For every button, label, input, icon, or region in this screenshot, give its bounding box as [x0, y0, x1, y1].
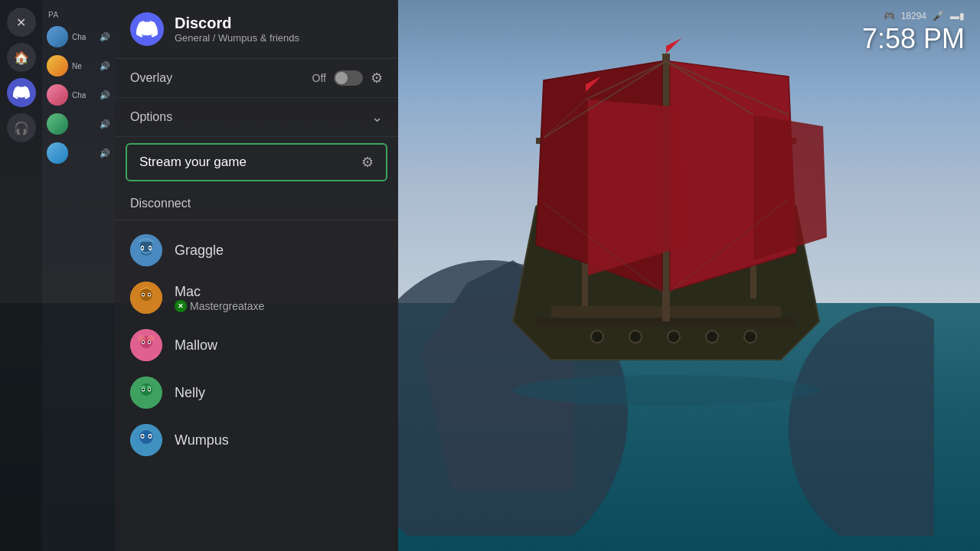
overlay-row: Overlay Off ⚙: [115, 59, 398, 98]
member-item-mac[interactable]: Mac ✕ Mastergreataxe: [115, 274, 398, 321]
svg-point-27: [142, 247, 143, 249]
member-xbox-mac: ✕ Mastergreataxe: [175, 300, 264, 312]
sidebar2-item-1[interactable]: Cha 🔊: [42, 22, 115, 51]
sidebar2-label-1: Cha: [72, 33, 86, 41]
member-name-nelly: Nelly: [175, 385, 205, 401]
discord-logo: [130, 12, 164, 46]
sidebar2-item-2[interactable]: Ne 🔊: [42, 51, 115, 80]
sidebar2-icon-2: 🔊: [100, 61, 110, 71]
mic-icon: 🎤: [933, 11, 944, 21]
sidebar2-label-2: Ne: [72, 62, 82, 70]
member-avatar-nelly: [130, 377, 162, 409]
member-name-mac: Mac: [175, 284, 201, 299]
member-name-mallow: Mallow: [175, 337, 217, 354]
svg-point-48: [149, 389, 150, 390]
sidebar2-icon-4: 🔊: [100, 119, 110, 129]
sidebar-icon-discord[interactable]: [7, 78, 36, 107]
svg-point-28: [149, 247, 151, 249]
member-name-graggle: Graggle: [175, 243, 224, 259]
toggle-knob: [335, 72, 348, 84]
svg-point-34: [149, 294, 150, 295]
overlay-label: Overlay: [130, 71, 305, 85]
members-list: Graggle Mac: [115, 220, 398, 551]
discord-app-title: Discord: [175, 15, 299, 32]
sidebar-secondary: Pa Cha 🔊 Ne 🔊 Cha 🔊 🔊 🔊: [42, 0, 115, 551]
sidebar2-item-4[interactable]: 🔊: [42, 109, 115, 139]
sidebar2-item-3[interactable]: Cha 🔊: [42, 80, 115, 109]
disconnect-label: Disconnect: [130, 197, 191, 210]
member-avatar-graggle: [130, 234, 162, 266]
stream-button-label: Stream your game: [139, 155, 354, 170]
clock: 7:58 PM: [862, 23, 965, 55]
discord-header-text: Discord General / Wumpus & friends: [175, 15, 299, 44]
sidebar-icon-xbox[interactable]: ✕: [7, 8, 36, 37]
stream-button[interactable]: Stream your game ⚙: [126, 143, 387, 181]
status-icons: 🎮 18294 🎤 ▬▮: [884, 11, 965, 21]
overlay-gear-icon[interactable]: ⚙: [371, 70, 383, 86]
sidebar2-icon-1: 🔊: [100, 32, 110, 42]
sidebar2-label-3: Cha: [72, 91, 86, 99]
member-avatar-mac: [130, 282, 162, 314]
member-item-mallow[interactable]: Mallow: [115, 321, 398, 369]
svg-point-41: [138, 335, 145, 341]
score-icon: 🎮: [884, 11, 895, 21]
svg-point-39: [142, 341, 144, 343]
member-avatar-mallow: [130, 329, 162, 361]
sidebar2-item-5[interactable]: 🔊: [42, 139, 115, 168]
svg-point-40: [149, 341, 150, 343]
sidebar2-icon-5: 🔊: [100, 148, 110, 158]
xbox-gamertag-mac: Mastergreataxe: [190, 300, 264, 312]
member-item-nelly[interactable]: Nelly: [115, 369, 398, 416]
member-item-wumpus[interactable]: Wumpus: [115, 416, 398, 464]
svg-point-42: [147, 335, 155, 341]
ui-overlay: ✕ 🏠 🎧 Pa Cha 🔊 Ne 🔊 Cha 🔊: [0, 0, 980, 551]
member-avatar-wumpus: [130, 424, 162, 456]
options-label: Options: [130, 110, 371, 124]
member-item-graggle[interactable]: Graggle: [115, 227, 398, 274]
status-bar: 🎮 18294 🎤 ▬▮ 7:58 PM: [862, 11, 965, 55]
score-value: 18294: [901, 11, 926, 21]
chevron-down-icon: ⌄: [371, 109, 383, 126]
discord-header: Discord General / Wumpus & friends: [115, 0, 398, 59]
svg-point-55: [142, 435, 144, 438]
svg-point-56: [149, 435, 152, 438]
sidebar-icon-headset[interactable]: 🎧: [7, 113, 36, 142]
sidebar2-header: Pa: [42, 6, 115, 22]
member-name-wumpus: Wumpus: [175, 432, 229, 448]
disconnect-row[interactable]: Disconnect: [115, 187, 398, 220]
member-info-mac: Mac ✕ Mastergreataxe: [175, 284, 264, 312]
discord-channel-name: General / Wumpus & friends: [175, 32, 299, 44]
discord-panel: Discord General / Wumpus & friends Overl…: [115, 0, 398, 551]
options-row[interactable]: Options ⌄: [115, 98, 398, 137]
battery-icon: ▬▮: [950, 11, 965, 21]
stream-gear-icon: ⚙: [361, 154, 374, 171]
xbox-icon-mac: ✕: [175, 300, 187, 312]
sidebar-icon-home[interactable]: 🏠: [7, 43, 36, 72]
svg-point-47: [142, 389, 144, 390]
svg-point-33: [142, 294, 144, 295]
sidebar2-icon-3: 🔊: [100, 90, 110, 100]
overlay-toggle[interactable]: [334, 70, 363, 86]
sidebar-primary: ✕ 🏠 🎧: [0, 0, 42, 551]
overlay-status: Off: [312, 72, 326, 84]
